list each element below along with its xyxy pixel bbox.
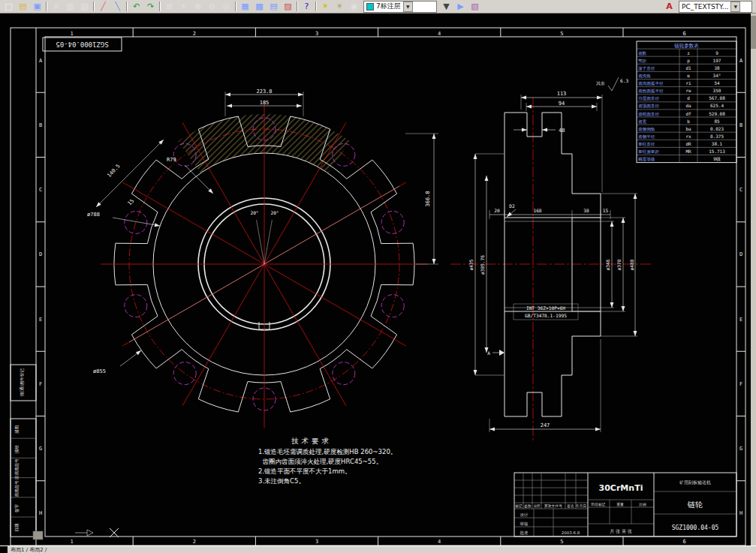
drawing-canvas[interactable]: 112233445566AABBCCDDEEFFGGHH 借(通)用件登记描图描…: [0, 14, 751, 546]
open-icon[interactable]: ▤: [16, 0, 30, 13]
margin-row-label: 旧底图总号: [14, 458, 20, 479]
dim-root-diameter: ø855: [93, 368, 106, 374]
drawing-viewport[interactable]: 112233445566AABBCCDDEEFFGGHH 借(通)用件登记描图描…: [0, 14, 751, 546]
paste-icon[interactable]: ▧: [77, 0, 92, 13]
param-symbol: ri: [685, 80, 691, 86]
dim-height: 366.8: [425, 191, 431, 206]
tech-req-line: 2.锻造平面不平度不大于1mm。: [258, 467, 351, 475]
layers-icon[interactable]: ◉: [347, 0, 361, 13]
chevron-down-icon[interactable]: ▼: [730, 2, 740, 12]
spline-note-line2: GB/T3478.1-1995: [525, 313, 567, 318]
param-value: 85: [714, 119, 720, 124]
param-symbol: d1: [685, 65, 691, 71]
dim-chord: 185: [260, 100, 270, 106]
plot-icon[interactable]: ▨: [281, 0, 295, 13]
new-document-icon[interactable]: □: [2, 0, 16, 13]
redo-icon[interactable]: ↷: [143, 0, 158, 13]
left-margin-blocks: 借(通)用件登记描图描校旧底图总号底图总号签字日期: [11, 365, 36, 536]
brush-icon[interactable]: ╲: [110, 0, 125, 13]
sign-label: 批准: [520, 530, 529, 536]
save-icon[interactable]: ▣: [30, 0, 44, 13]
dropdown-arrow-icon[interactable]: ▼: [439, 0, 453, 13]
zoom-in-icon[interactable]: ⊕: [191, 0, 205, 13]
vertical-scrollbar[interactable]: [751, 14, 756, 546]
param-name: 量柱测量距: [638, 149, 659, 155]
param-value: 9级: [713, 156, 721, 161]
param-value: 54: [714, 80, 720, 86]
zone-letter: G: [739, 446, 742, 452]
param-name: 滚子直径: [638, 66, 655, 71]
toolbar-separator: [93, 2, 95, 11]
dim-top2: 94: [559, 101, 565, 107]
technical-requirements: 技术要求 1.锻造毛坯需调质处理,硬度检测HB 260~320。 齿圈内齿面须淬…: [258, 437, 396, 485]
layout-tabs[interactable]: 布局1 / 布局2 /: [11, 546, 47, 553]
section-metal-bottom: [505, 311, 601, 416]
tech-req-line: 齿圈内齿面须淬火处理,硬度HRC45~55。: [258, 458, 382, 465]
stage-label: 阶段标记: [591, 502, 605, 507]
chevron-down-icon[interactable]: ▼: [403, 2, 413, 12]
zone-number: 2: [193, 31, 196, 37]
margin-row-label: 描图: [14, 425, 20, 434]
dim-top1: 113: [557, 91, 567, 97]
dim-rim-diameter: ø788: [87, 212, 100, 218]
zone-letter: H: [39, 510, 42, 516]
ship-icon[interactable]: ▶: [453, 0, 468, 13]
param-value: 529.08: [709, 111, 725, 116]
sign-label: 审核: [520, 521, 529, 526]
param-value: 15.713: [709, 149, 725, 154]
text-style-icon[interactable]: A: [662, 0, 676, 13]
main-toolbar: □▤▣×▥▧╱╲↶↷⊞+⊕⊖◎▦▩▤▨?☀☀◉ 7标注层 ▼ ▼▶▧ A PC_…: [0, 0, 756, 14]
roughness-value: 6.3: [620, 78, 628, 83]
zoom-extents-icon[interactable]: ◎: [219, 0, 233, 13]
zoom-window-icon[interactable]: ⊞: [162, 0, 176, 13]
param-value: 567.08: [709, 95, 725, 101]
undo-icon[interactable]: ↶: [129, 0, 143, 13]
layer-combo[interactable]: 7标注层 ▼: [363, 1, 437, 13]
scrollbar-thumb[interactable]: [751, 16, 756, 49]
zoom-out-icon[interactable]: ⊖: [205, 0, 219, 13]
lamp-on-icon[interactable]: ☀: [318, 0, 333, 13]
lamp-off-icon[interactable]: ☀: [333, 0, 347, 13]
zone-letter: F: [739, 381, 742, 387]
param-symbol: α: [687, 73, 690, 78]
param-name: 量柱直径: [638, 142, 655, 146]
sprocket-parameter-table: 链轮参数表齿数z9节距p197滚子直径d138齿沟角α34°齿沟圆弧半径ri54…: [637, 41, 736, 163]
zone-letter: E: [39, 317, 42, 323]
sign-date: 2003.6.8: [562, 530, 580, 535]
material-text: 30CrMnTi: [599, 483, 643, 493]
dim-dia-right2: ø370: [616, 259, 622, 270]
pen-icon[interactable]: ╱: [96, 0, 110, 13]
datum-label: A: [487, 350, 490, 356]
dim-c2: 168: [533, 208, 541, 213]
layout-grip: [33, 531, 43, 539]
zone-letter: C: [739, 187, 742, 193]
zone-letter: B: [739, 122, 742, 128]
copy-icon[interactable]: ▥: [63, 0, 77, 13]
roughness-prefix: 其余: [596, 80, 605, 86]
toolbar-separator: [159, 2, 161, 11]
spline-note-line1: INT 36Z×10P×6H: [526, 305, 565, 311]
grid-icon[interactable]: ▩: [252, 0, 267, 13]
drawing-number-rotated: SGZ1000.04-05: [56, 41, 108, 48]
tech-req-title: 技术要求: [291, 437, 332, 445]
roller-seat-arc: [173, 362, 196, 385]
pan-icon[interactable]: +: [176, 0, 191, 13]
cut-icon[interactable]: ×: [49, 0, 63, 13]
rev-header: 标记: [514, 504, 523, 509]
param-name: 齿侧半径: [638, 134, 655, 140]
text-style-combo[interactable]: PC_TEXTSTY... ▼: [679, 1, 752, 13]
param-value: 38.1: [712, 141, 723, 146]
zone-letter: A: [739, 58, 743, 64]
table-icon[interactable]: ▦: [238, 0, 252, 13]
zone-letter: E: [739, 317, 742, 323]
dim-angle-left: 20°: [250, 210, 258, 215]
param-name: 齿顶圆直径: [638, 104, 659, 108]
param-value: 350: [713, 88, 721, 93]
sheet-icon[interactable]: ▤: [267, 0, 281, 13]
palette-icon[interactable]: ▧: [468, 0, 482, 13]
param-value: 0.375: [710, 134, 724, 139]
zone-number: 3: [315, 31, 318, 37]
param-symbol: re: [685, 88, 691, 93]
text-style-value: PC_TEXTSTY...: [682, 3, 728, 11]
help-icon[interactable]: ?: [300, 0, 314, 13]
